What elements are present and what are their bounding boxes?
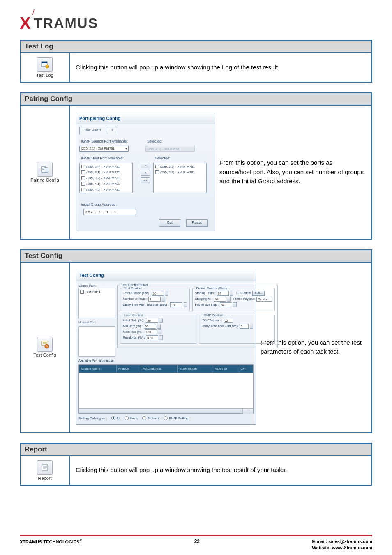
ppc-set-button[interactable]: Set [159, 219, 180, 227]
tc-start-input[interactable]: 64 [217, 291, 229, 296]
tc-delay-after-label: Delay Time After Test Start (sec) : [123, 302, 169, 307]
spinner-icon[interactable] [227, 297, 231, 302]
host-sel-item[interactable]: (250, 2,2) - XM-R M781 [154, 164, 205, 170]
spinner-icon[interactable] [230, 291, 233, 296]
tc-edit-button[interactable]: Edit... [252, 291, 265, 296]
tc-radio-igmp-label: IGMP Setting [169, 417, 188, 420]
tc-radio-all[interactable] [108, 417, 117, 420]
tc-minrate-input[interactable]: 50 [144, 324, 156, 329]
spinner-icon[interactable] [159, 318, 163, 323]
section-test-config: Test Config Test Config Test Config [20, 249, 372, 433]
svg-rect-4 [44, 168, 48, 173]
testlog-icon-label: Test Log [36, 73, 53, 78]
host-sel-item[interactable]: (255, 2,3) - XM-R M781 [154, 170, 205, 175]
ppc-tab-add[interactable]: + [107, 127, 118, 134]
ppc-tab-testpair1[interactable]: Test Pair 1 [79, 127, 106, 134]
move-all-left-button[interactable]: << [141, 177, 150, 183]
tc-duration-input[interactable]: 10 [152, 291, 164, 296]
host-avail-item[interactable]: (255, 2,4) - XM-RM781 [81, 164, 131, 170]
ppc-host-selected-list[interactable]: (250, 2,2) - XM-R M781 (255, 2,3) - XM-R… [153, 163, 207, 193]
pairing-desc: From this option, you can set the ports … [219, 158, 366, 186]
spinner-icon[interactable] [159, 335, 163, 340]
tc-radio-basic-label: Basic [130, 417, 138, 420]
tc-sourcepair-list[interactable]: Test Pair 1 [78, 288, 115, 318]
host-avail-item[interactable]: (255, 3,2) - XM-RM731 [81, 175, 131, 181]
footer-company: XTRAMUS TECHNOLOGIES® [20, 539, 82, 544]
tc-custom-label: Custom [240, 291, 251, 295]
ppc-src-available-label: IGMP Source Port Available: [81, 139, 145, 145]
ppc-src-available-value: (255, 2,1) - XM-RM781 [81, 146, 115, 151]
tc-unicast-label: Unicast Port: [78, 320, 115, 325]
spinner-icon[interactable] [233, 302, 237, 307]
tc-title: Test Config [76, 270, 256, 281]
ppc-host-available-list[interactable]: (255, 2,4) - XM-RM781 (255, 3,1) - XM-RM… [79, 163, 133, 193]
spinner-icon[interactable] [158, 329, 161, 334]
tc-stop-input[interactable]: 64 [214, 297, 226, 302]
pairing-icon[interactable] [37, 162, 53, 177]
test-config-panel: Test Config Source Pair : Test Pair 1 Un… [76, 270, 256, 425]
ppc-src-selected-box: (255, 2,1) - XM-RM781 [145, 146, 195, 152]
tc-radio-basic[interactable] [121, 417, 130, 420]
spinner-icon[interactable] [184, 302, 187, 307]
tc-trials-input[interactable]: 1 [148, 297, 161, 302]
tc-payload-select[interactable]: Random [256, 297, 272, 302]
tc-radio-igmp[interactable] [160, 417, 169, 420]
report-icon-cell: Report [21, 456, 70, 485]
ppc-initial-group-label: Initial Group Address : [81, 202, 212, 208]
tc-group-load-control: Load Control Initial Rate (%) :50 Min Ra… [120, 315, 196, 344]
host-avail-item[interactable]: (255, 4,1) - XM-RM731 [81, 181, 131, 187]
tc-group-title-load: Load Control [123, 313, 144, 318]
testlog-icon[interactable] [37, 57, 53, 72]
footer-website: Website: www.Xtramus.com [312, 545, 372, 551]
th-vlan-enable: VLAN enable [178, 365, 213, 373]
spinner-icon[interactable] [165, 291, 168, 296]
ppc-initial-group-input[interactable]: 224 . 0 . 1 . 1 [83, 209, 136, 215]
tc-maxrate-input[interactable]: 100 [145, 329, 157, 334]
tc-radio-all-label: All [117, 417, 120, 420]
host-avail-item[interactable]: (255, 4,2) - XM-RM731 [81, 187, 131, 193]
spinner-icon[interactable] [250, 324, 253, 329]
tc-group-title-frame: Frame Control (Size) [195, 286, 228, 291]
brand-logo: X / TRAMUS [20, 14, 372, 32]
horizontal-scrollbar[interactable] [79, 408, 253, 413]
footer-email: E-mail: sales@xtramus.com [312, 539, 372, 545]
tc-port-table[interactable]: Module Name Protocol MAC address VLAN en… [78, 364, 254, 413]
tc-available-info-label: Available Port Information : [78, 358, 254, 363]
svg-rect-1 [42, 62, 47, 63]
move-left-button[interactable]: < [141, 170, 150, 176]
spinner-icon[interactable] [157, 324, 161, 329]
logo-accent: / [32, 8, 35, 17]
tc-radio-protocol[interactable] [139, 417, 148, 420]
ppc-reset-button[interactable]: Reset [186, 219, 208, 227]
tc-custom-check[interactable]: ☐ [236, 291, 239, 295]
th-protocol: Protocol [116, 365, 141, 373]
tc-group-title-igmp: IGMP Control [202, 313, 224, 318]
testlog-desc: Clicking this button will pop up a windo… [76, 63, 366, 72]
section-header-report: Report [21, 444, 371, 456]
tc-sourcepair-item[interactable]: Test Pair 1 [80, 290, 114, 295]
tc-res-input[interactable]: 0.01 [146, 335, 158, 340]
section-header-pairing: Pairing Config [21, 93, 371, 106]
host-avail-item[interactable]: (255, 3,1) - XM-RM731 [81, 170, 131, 175]
tc-initrate-input[interactable]: 50 [146, 318, 158, 323]
section-report: Report Report Clicking this button will … [20, 443, 372, 486]
th-module: Module Name [79, 365, 117, 373]
move-right-button[interactable]: > [141, 163, 150, 168]
testconfig-icon-cell: Test Config [21, 263, 70, 432]
tc-group-igmp-control: IGMP Control IGMP Version :v2 Delay Time… [199, 315, 275, 344]
footer-page-number: 22 [194, 539, 200, 544]
testconfig-icon[interactable] [37, 337, 53, 352]
tc-delayjoin-input[interactable]: 5 [240, 324, 249, 329]
tc-delay-after-input[interactable]: 10 [170, 302, 182, 307]
report-icon[interactable] [37, 460, 53, 475]
tc-unicast-list[interactable] [78, 326, 115, 357]
spinner-icon[interactable] [162, 297, 165, 302]
th-cfi: CFI [239, 365, 253, 373]
testlog-icon-cell: Test Log [21, 53, 70, 82]
ppc-host-selected-label: Selected: [155, 156, 212, 161]
ppc-src-available-select[interactable]: (255, 2,1) - XM-RM781 ▾ [79, 146, 129, 152]
tc-step-input[interactable]: 64 [220, 302, 232, 307]
tc-igmpver-select[interactable]: v2 [224, 318, 233, 323]
tc-group-test-configuration: Test Configuration Test Control Test Dur… [117, 285, 278, 348]
pairing-icon-label: Pairing Config [30, 177, 59, 182]
